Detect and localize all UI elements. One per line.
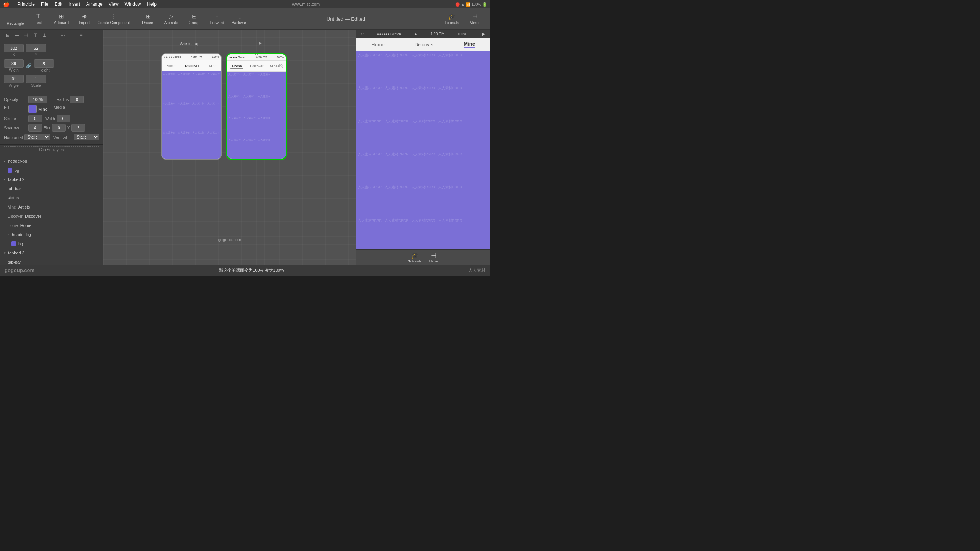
- opacity-field[interactable]: [28, 96, 47, 103]
- right-nav-home[interactable]: Home: [371, 42, 385, 47]
- canvas[interactable]: Artists Tap ▶ ●●●●● Sketch 4:20 PM 100% …: [103, 30, 356, 265]
- menu-item-help[interactable]: Help: [147, 2, 157, 7]
- align-right-edges[interactable]: ⊣: [22, 31, 30, 39]
- toolbar-mirror[interactable]: ⊣ Mirror: [464, 10, 485, 28]
- align-top-edges[interactable]: ⊤: [31, 31, 39, 39]
- layer-panel: ▸ header-bg bg ▾ tabbed 2 tab-bar status…: [0, 155, 103, 265]
- gogoup-watermark: gogoup.com: [5, 267, 34, 273]
- menu-item-principle[interactable]: Principle: [17, 2, 35, 7]
- align-left-edges[interactable]: ⊟: [4, 31, 11, 39]
- x-field[interactable]: [4, 44, 24, 52]
- layer-mine-artists[interactable]: Mine Artists: [0, 202, 103, 212]
- layer-discover[interactable]: Discover Discover: [0, 212, 103, 221]
- align-center-v[interactable]: ⊥: [41, 31, 48, 39]
- horizontal-select[interactable]: Static: [24, 134, 50, 140]
- vertical-select[interactable]: Static: [74, 134, 99, 140]
- align-distribute-h[interactable]: ⋯: [59, 31, 67, 39]
- right-nav-mine[interactable]: Mine: [464, 41, 475, 48]
- toolbar-artboard[interactable]: ⊞ Artboard: [51, 10, 72, 28]
- align-distribute-v[interactable]: ⋮: [68, 31, 76, 39]
- stroke-width-field[interactable]: [57, 115, 70, 122]
- fill-label: Fill: [4, 105, 27, 109]
- right-toolbar-mirror[interactable]: ⊣ Mirror: [429, 252, 438, 263]
- width-field[interactable]: [4, 59, 24, 68]
- menu-item-view[interactable]: View: [109, 2, 119, 7]
- layer-tabbed3[interactable]: ▾ tabbed 3: [0, 248, 103, 258]
- link-dimensions-icon[interactable]: 🔗: [26, 63, 32, 68]
- phone2-time: 4:20 PM: [256, 55, 267, 59]
- toolbar-sep1: [134, 12, 134, 26]
- forward-icon: ↑: [216, 13, 219, 20]
- toolbar-backward[interactable]: ↓ Backward: [229, 10, 251, 28]
- group-label: Group: [189, 21, 199, 25]
- align-other[interactable]: ≡: [77, 31, 85, 39]
- clip-sublayers[interactable]: Clip Sublayers: [4, 146, 99, 153]
- animate-icon: ▷: [169, 13, 173, 20]
- layer-label: tab-bar: [8, 186, 21, 191]
- shadow-x-field[interactable]: [28, 124, 42, 132]
- layer-triangle-icon: ▾: [4, 178, 6, 181]
- bottom-watermark-logo: 人人素材: [469, 267, 485, 273]
- document-title: Untitled — Edited: [252, 16, 439, 22]
- layer-label: tab-bar: [8, 260, 21, 264]
- opacity-label: Opacity: [4, 97, 27, 102]
- layer-bg2[interactable]: bg: [0, 239, 103, 248]
- tutorials-label: Tutorials: [444, 21, 459, 25]
- toolbar-animate[interactable]: ▷ Animate: [160, 10, 182, 28]
- toolbar-forward[interactable]: ↑ Forward: [206, 10, 228, 28]
- toolbar-create-component[interactable]: ⋮ Create Component: [96, 10, 131, 28]
- angle-field[interactable]: [4, 75, 24, 83]
- phone2-tab-discover: Discover: [250, 64, 263, 68]
- menu-item-insert[interactable]: Insert: [69, 2, 80, 7]
- toolbar-group[interactable]: ⊟ Group: [183, 10, 205, 28]
- layer-triangle-icon: ▸: [8, 233, 10, 236]
- shadow-x2-field[interactable]: [71, 124, 85, 132]
- shadow-label: Shadow: [4, 126, 27, 130]
- apple-logo: 🍎: [3, 1, 10, 7]
- align-center-h[interactable]: —: [13, 31, 21, 39]
- toolbar-text[interactable]: T Text: [28, 10, 49, 28]
- stroke-value[interactable]: [28, 115, 42, 122]
- fill-color-swatch[interactable]: [28, 105, 37, 113]
- right-toolbar-tutorials[interactable]: 🎓 Tutorials: [408, 252, 421, 263]
- layer-status[interactable]: status: [0, 193, 103, 202]
- scale-field[interactable]: [26, 75, 46, 83]
- height-field[interactable]: [34, 59, 54, 68]
- right-device-undo[interactable]: ↩: [361, 32, 364, 36]
- phone2-tab-home: Home: [230, 64, 243, 69]
- radius-field[interactable]: [70, 96, 84, 103]
- toolbar-rectangle[interactable]: ▭ Rectangle: [5, 10, 26, 28]
- menu-item-file[interactable]: File: [41, 2, 48, 7]
- layer-bg[interactable]: bg: [0, 166, 103, 175]
- right-nav-discover[interactable]: Discover: [415, 42, 434, 47]
- layer-home[interactable]: Home Home: [0, 221, 103, 230]
- shadow-blur-field[interactable]: [52, 124, 66, 132]
- tutorials-icon2: 🎓: [411, 252, 419, 259]
- layer-tabbed2[interactable]: ▾ tabbed 2: [0, 175, 103, 184]
- menu-bar: 🍎 Principle File Edit Insert Arrange Vie…: [0, 0, 490, 8]
- menu-item-arrange[interactable]: Arrange: [86, 2, 103, 7]
- toolbar-import[interactable]: ⊕ Import: [74, 10, 95, 28]
- y-field[interactable]: [26, 44, 46, 52]
- create-component-icon: ⋮: [111, 13, 117, 20]
- layer-label: tabbed 2: [8, 177, 24, 182]
- align-bottom-edges[interactable]: ⊢: [50, 31, 57, 39]
- menu-item-edit[interactable]: Edit: [54, 2, 62, 7]
- layer-header-bg[interactable]: ▸ header-bg: [0, 156, 103, 166]
- system-status: 🔴 ▲ 📶 100% 🔋: [455, 2, 487, 7]
- layer-header-bg2[interactable]: ▸ header-bg: [0, 230, 103, 239]
- right-preview: 人人素材RRRR 人人素材RRRR 人人素材RRRR 人人素材RRRR 人人素材…: [356, 51, 490, 249]
- toolbar-drivers[interactable]: ⊞ Drivers: [137, 10, 159, 28]
- layer-tab-bar[interactable]: tab-bar: [0, 184, 103, 193]
- right-camera-icon[interactable]: ▶: [482, 32, 485, 36]
- phone1-content: 人人素材rr 人人素材rr 人人素材rr 人人素材rr 人人素材rr 人人素材r…: [162, 71, 221, 159]
- layer-label: header-bg: [12, 232, 31, 237]
- toolbar-tutorials[interactable]: 🎓 Tutorials: [441, 10, 462, 28]
- layer-tab-bar2[interactable]: tab-bar: [0, 258, 103, 265]
- opacity-separator: Radius: [57, 98, 69, 102]
- layer-prefix: Discover: [8, 214, 23, 218]
- rectangle-icon: ▭: [12, 12, 19, 21]
- menu-item-window[interactable]: Window: [125, 2, 141, 7]
- phone2-tab-bar: Home Discover Mine ▷: [227, 61, 286, 72]
- right-device-time: 4:20 PM: [430, 32, 444, 36]
